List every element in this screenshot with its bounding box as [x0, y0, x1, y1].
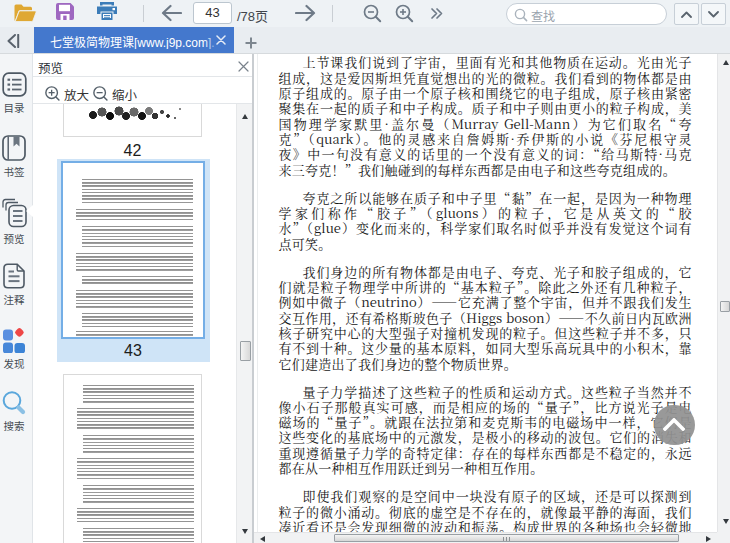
active-panel-notch [26, 205, 33, 217]
thumb-zoom-out-icon[interactable] [93, 86, 108, 101]
new-tab-icon[interactable] [245, 37, 257, 49]
thumbnail-text-lines [82, 276, 193, 286]
page-number-input[interactable]: 43 [193, 2, 232, 24]
thumbnail-text-lines [76, 331, 193, 337]
thumb-scroll-up-icon[interactable] [242, 114, 248, 119]
thumbnail-text-lines [82, 226, 193, 249]
sidebar-item-annotations[interactable]: 注释 [0, 263, 28, 307]
zoom-out-icon[interactable] [363, 4, 382, 23]
chevron-up-icon [681, 11, 692, 18]
scroll-right-icon[interactable] [706, 536, 711, 542]
thumbnail-text-lines [77, 508, 194, 524]
prev-page-icon[interactable] [161, 4, 182, 22]
sidebar-item-bookmarks[interactable]: 书签 [0, 135, 28, 179]
thumbnail-scrollbar[interactable] [236, 104, 252, 543]
page-edge [257, 54, 258, 532]
text-line: 都在从一种相互作用跃迁到另一种相互作用。 [279, 461, 692, 476]
toc-icon [2, 72, 27, 97]
tab-close-icon[interactable] [216, 35, 226, 45]
thumbnail-text-lines [83, 528, 194, 543]
print-icon[interactable] [96, 1, 118, 21]
page-total-label: /78页 [237, 6, 268, 25]
sidebar-item-discover[interactable]: 发现 [0, 326, 28, 371]
search-input[interactable]: 查找 [506, 3, 667, 25]
thumbnail-43-number: 43 [113, 342, 153, 360]
tab-bar: 七堂极简物理课[www.j9p.com]. [0, 27, 730, 54]
sidebar-label-bookmarks: 书签 [0, 164, 28, 179]
next-page-icon[interactable] [295, 4, 316, 22]
thumb-scrollbar-thumb[interactable] [240, 341, 251, 361]
find-next-button[interactable] [701, 3, 726, 25]
vertical-scrollbar-thumb[interactable] [720, 301, 730, 312]
thumbnail-text-lines [77, 408, 194, 431]
scroll-up-icon[interactable] [723, 60, 729, 65]
thumbnail-text-lines [83, 435, 194, 454]
document-view: 上节课我们说到了宇宙，里面有光和其他物质在运动。光由光子 组成，这是爱因斯坦凭直… [254, 54, 717, 532]
sidebar-label-toc: 目录 [0, 100, 28, 115]
thumbnail-page-44[interactable] [63, 374, 202, 543]
chevron-up-icon [663, 418, 685, 431]
thumbnail-text-lines [77, 458, 194, 481]
preview-panel: 预览 放大 缩小 42 [33, 54, 252, 543]
chevron-down-icon [708, 11, 719, 18]
panel-title: 预览 [38, 58, 63, 77]
scroll-down-icon[interactable] [723, 519, 729, 524]
scrollbar-corner [717, 532, 730, 543]
text-line: 它们建造出了我们身边的整个物质世界。 [279, 357, 692, 372]
sidebar-label-discover: 发现 [0, 356, 28, 371]
bookmarks-icon [2, 135, 26, 161]
thumbnail-text-lines [76, 209, 193, 222]
thumbnail-text-lines [76, 290, 193, 309]
save-icon[interactable] [55, 2, 75, 21]
sidebar-item-search[interactable]: 搜索 [0, 390, 28, 433]
back-to-top-button[interactable] [654, 405, 695, 446]
sidebar-label-preview: 预览 [0, 231, 28, 246]
discover-icon [2, 326, 26, 353]
sidebar-item-preview[interactable]: 预览 [0, 198, 28, 246]
scroll-left-icon[interactable] [260, 536, 265, 542]
open-file-icon[interactable] [13, 2, 37, 24]
thumb-zoom-in-icon[interactable] [45, 86, 60, 101]
panel-close-icon[interactable] [238, 61, 249, 72]
more-tools-icon[interactable] [430, 7, 443, 20]
horizontal-scrollbar[interactable] [254, 532, 717, 543]
thumbnail-list: 42 43 [33, 104, 236, 543]
thumbnail-text-lines [82, 179, 193, 205]
thumbnail-text-lines [76, 253, 193, 272]
thumb-zoom-out-label[interactable]: 缩小 [112, 85, 137, 104]
thumbnail-42-photo [85, 104, 182, 124]
search-placeholder: 查找 [531, 7, 555, 24]
thumb-zoom-in-label[interactable]: 放大 [64, 85, 89, 104]
thumbnail-42-number: 42 [113, 142, 153, 160]
collapse-sidebar-icon[interactable] [6, 34, 20, 48]
text-line: 凑近看还是会发现细微的波动和振荡。构成世界的各种场也会轻微地 [279, 520, 692, 532]
thumbnail-text-lines [83, 385, 194, 404]
find-previous-button[interactable] [674, 3, 699, 25]
thumbnail-page-42[interactable] [63, 104, 202, 137]
panel-toolbar: 放大 缩小 [33, 78, 252, 104]
panel-header: 预览 [33, 54, 252, 77]
thumb-scroll-down-icon[interactable] [242, 529, 248, 534]
tab-title: 七堂极简物理课[www.j9p.com]. [50, 33, 226, 49]
search-side-icon [2, 390, 26, 415]
thumbnail-text-lines [82, 313, 193, 329]
text-line: 点可笑。 [279, 237, 692, 252]
sidebar-item-toc[interactable]: 目录 [0, 72, 28, 115]
thumbnail-text-lines [83, 485, 194, 504]
vertical-scrollbar[interactable] [717, 54, 730, 532]
sidebar-label-annotations: 注释 [0, 292, 28, 307]
document-tab[interactable]: 七堂极简物理课[www.j9p.com]. [34, 27, 234, 53]
toolbar-divider [143, 5, 144, 22]
zoom-in-icon[interactable] [395, 4, 414, 23]
sidebar: 目录 书签 预览 注释 [0, 54, 33, 543]
scrollbar-grip [503, 537, 511, 541]
sidebar-label-search: 搜索 [0, 418, 28, 433]
toolbar: 43 /78页 查找 [0, 0, 730, 27]
horizontal-scrollbar-thumb[interactable] [334, 534, 679, 542]
preview-icon [1, 198, 27, 228]
thumbnail-page-43[interactable] [61, 161, 205, 339]
search-icon [514, 8, 528, 22]
text-line: 来三夸克！”我们触碰到的每样东西都是由电子和这些夸克组成的。 [279, 163, 692, 178]
text-line: 水”（glue）变化而来的，科学家们取名时似乎并没有发觉这个词有 [279, 221, 692, 236]
annotations-icon [3, 263, 25, 289]
